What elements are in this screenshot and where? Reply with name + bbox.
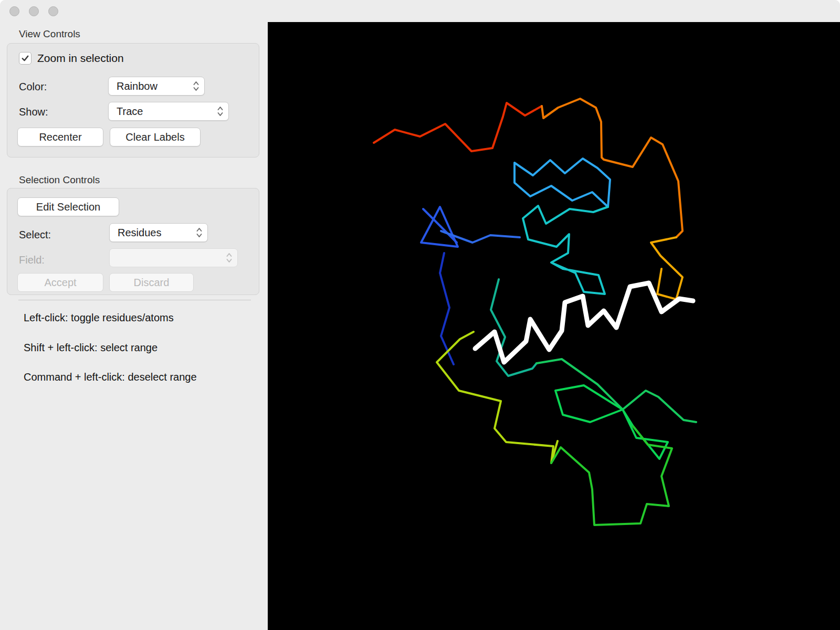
zoom-in-selection-label: Zoom in selection <box>37 52 124 65</box>
help-shift-click: Shift + left-click: select range <box>24 341 158 354</box>
color-label: Color: <box>19 80 47 93</box>
molecule-viewport[interactable] <box>268 22 840 630</box>
clear-labels-button[interactable]: Clear Labels <box>110 128 201 146</box>
close-button[interactable] <box>9 6 19 16</box>
color-dropdown[interactable]: Rainbow <box>108 77 205 96</box>
selection-controls-title: Selection Controls <box>19 174 100 186</box>
help-left-click: Left-click: toggle residues/atoms <box>24 311 174 324</box>
field-dropdown <box>109 248 238 267</box>
view-controls-groupbox: Zoom in selection Color: Rainbow Show: T… <box>7 43 259 158</box>
minimize-button[interactable] <box>29 6 39 16</box>
show-dropdown[interactable]: Trace <box>108 102 229 121</box>
updown-chevrons-icon <box>193 80 200 92</box>
app-window: View Controls Zoom in selection Color: R… <box>0 0 840 630</box>
show-dropdown-value: Trace <box>117 106 143 118</box>
show-label: Show: <box>19 106 48 118</box>
sidebar-divider <box>18 300 251 300</box>
traffic-lights <box>9 6 58 16</box>
select-label: Select: <box>19 228 51 241</box>
recenter-button[interactable]: Recenter <box>17 128 103 146</box>
selection-controls-groupbox: Edit Selection Select: Residues Field: A… <box>7 188 259 295</box>
discard-button: Discard <box>109 273 194 292</box>
select-dropdown[interactable]: Residues <box>109 223 208 242</box>
sidebar: View Controls Zoom in selection Color: R… <box>0 22 268 630</box>
color-dropdown-value: Rainbow <box>117 80 158 92</box>
updown-chevrons-icon <box>217 105 224 118</box>
field-label: Field: <box>19 254 45 266</box>
zoom-in-selection-row: Zoom in selection <box>19 52 124 65</box>
edit-selection-button[interactable]: Edit Selection <box>17 197 119 216</box>
checkmark-icon <box>20 54 30 63</box>
molecule-trace-svg <box>268 22 840 630</box>
help-command-click: Command + left-click: deselect range <box>24 371 197 384</box>
zoom-in-selection-checkbox[interactable] <box>19 52 32 65</box>
updown-chevrons-icon <box>196 226 203 239</box>
view-controls-title: View Controls <box>19 28 80 40</box>
select-dropdown-value: Residues <box>118 227 161 239</box>
updown-chevrons-icon <box>226 251 233 264</box>
zoom-button[interactable] <box>48 6 58 16</box>
accept-button: Accept <box>17 273 103 292</box>
titlebar <box>0 0 840 22</box>
